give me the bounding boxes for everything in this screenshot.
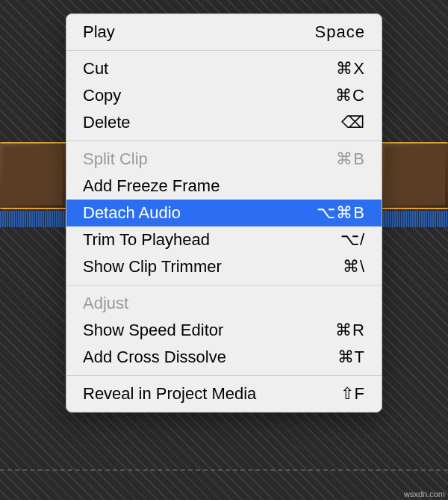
menu-item-show-speed-editor[interactable]: Show Speed Editor ⌘R <box>66 317 382 344</box>
menu-label: Split Clip <box>83 149 148 169</box>
menu-label: Delete <box>83 113 131 132</box>
menu-item-delete[interactable]: Delete ⌫ <box>66 109 382 136</box>
menu-separator <box>66 141 382 141</box>
timeline-divider <box>0 469 448 471</box>
menu-separator <box>66 375 382 376</box>
menu-label: Adjust <box>83 294 128 313</box>
video-clip-left[interactable] <box>0 142 67 209</box>
menu-shortcut: ⌥⌘B <box>317 203 365 223</box>
menu-label: Show Clip Trimmer <box>83 257 222 277</box>
menu-item-show-clip-trimmer[interactable]: Show Clip Trimmer ⌘\ <box>66 253 382 280</box>
menu-label: Add Cross Dissolve <box>83 348 226 367</box>
menu-item-adjust: Adjust <box>66 290 382 317</box>
audio-waveform-left[interactable] <box>0 211 67 227</box>
menu-label: Show Speed Editor <box>83 321 223 340</box>
menu-label: Reveal in Project Media <box>83 384 256 404</box>
menu-item-detach-audio[interactable]: Detach Audio ⌥⌘B <box>66 200 382 226</box>
menu-separator <box>66 50 382 51</box>
menu-item-add-freeze-frame[interactable]: Add Freeze Frame <box>66 173 382 200</box>
menu-shortcut: ⌘R <box>335 321 365 340</box>
menu-shortcut: Space <box>315 22 365 42</box>
backspace-icon: ⌫ <box>341 114 365 131</box>
menu-shortcut: ⇧F <box>340 384 365 404</box>
menu-shortcut: ⌘\ <box>343 257 365 277</box>
menu-label: Play <box>83 22 115 42</box>
menu-item-play[interactable]: Play Space <box>66 19 382 46</box>
menu-item-cut[interactable]: Cut ⌘X <box>66 55 382 82</box>
menu-shortcut: ⌥/ <box>340 230 365 250</box>
menu-label: Detach Audio <box>83 203 181 223</box>
menu-separator <box>66 285 382 286</box>
context-menu: Play Space Cut ⌘X Copy ⌘C Delete ⌫ Split… <box>66 13 382 413</box>
menu-label: Add Freeze Frame <box>83 176 220 196</box>
menu-item-trim-to-playhead[interactable]: Trim To Playhead ⌥/ <box>66 226 382 253</box>
menu-item-add-cross-dissolve[interactable]: Add Cross Dissolve ⌘T <box>66 344 382 371</box>
watermark: wsxdn.com <box>404 490 445 499</box>
menu-label: Copy <box>83 86 121 105</box>
menu-shortcut: ⌘X <box>336 59 365 78</box>
menu-item-reveal-in-project-media[interactable]: Reveal in Project Media ⇧F <box>66 380 382 407</box>
audio-waveform-right[interactable] <box>381 211 448 227</box>
menu-label: Cut <box>83 59 108 78</box>
menu-shortcut: ⌘T <box>337 348 365 367</box>
menu-shortcut: ⌘B <box>336 149 365 169</box>
menu-label: Trim To Playhead <box>83 230 210 250</box>
menu-item-copy[interactable]: Copy ⌘C <box>66 82 382 109</box>
menu-shortcut: ⌘C <box>335 86 365 105</box>
video-clip-right[interactable] <box>381 142 448 209</box>
menu-item-split-clip: Split Clip ⌘B <box>66 146 382 173</box>
